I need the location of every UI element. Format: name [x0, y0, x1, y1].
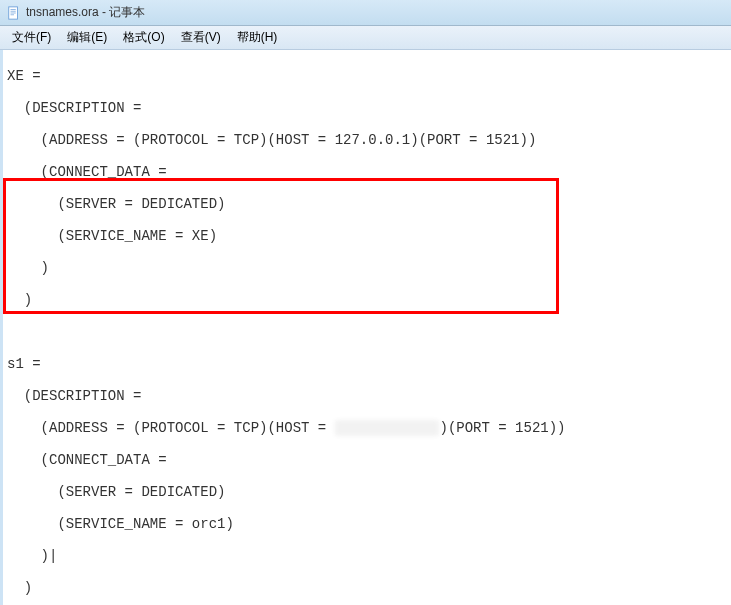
text-line: (ADDRESS = (PROTOCOL = TCP)(HOST = xxx.x…	[7, 420, 727, 436]
text-line: )	[7, 292, 727, 308]
menu-file[interactable]: 文件(F)	[4, 27, 59, 48]
menu-edit[interactable]: 编辑(E)	[59, 27, 115, 48]
window-title: tnsnames.ora - 记事本	[26, 4, 145, 21]
text-line: (CONNECT_DATA =	[7, 452, 727, 468]
text-line: XE =	[7, 68, 727, 84]
text-line: (SERVICE_NAME = orc1)	[7, 516, 727, 532]
text-line: (SERVICE_NAME = XE)	[7, 228, 727, 244]
menu-format[interactable]: 格式(O)	[115, 27, 172, 48]
text-line: (CONNECT_DATA =	[7, 164, 727, 180]
text-line: )|	[7, 548, 727, 564]
titlebar: tnsnames.ora - 记事本	[0, 0, 731, 26]
menu-view[interactable]: 查看(V)	[173, 27, 229, 48]
text-line: (DESCRIPTION =	[7, 100, 727, 116]
text-line: (SERVER = DEDICATED)	[7, 196, 727, 212]
text-line: (SERVER = DEDICATED)	[7, 484, 727, 500]
editor-area[interactable]: XE = (DESCRIPTION = (ADDRESS = (PROTOCOL…	[0, 50, 731, 605]
text-line: (ADDRESS = (PROTOCOL = TCP)(HOST = 127.0…	[7, 132, 727, 148]
menubar: 文件(F) 编辑(E) 格式(O) 查看(V) 帮助(H)	[0, 26, 731, 50]
text-line: (DESCRIPTION =	[7, 388, 727, 404]
text-line	[7, 324, 727, 340]
text-line: s1 =	[7, 356, 727, 372]
menu-help[interactable]: 帮助(H)	[229, 27, 286, 48]
text-line: )	[7, 260, 727, 276]
notepad-icon	[6, 5, 22, 21]
text-line: )	[7, 580, 727, 596]
redacted-host: xxx.xx.xx.xx	[335, 420, 440, 436]
